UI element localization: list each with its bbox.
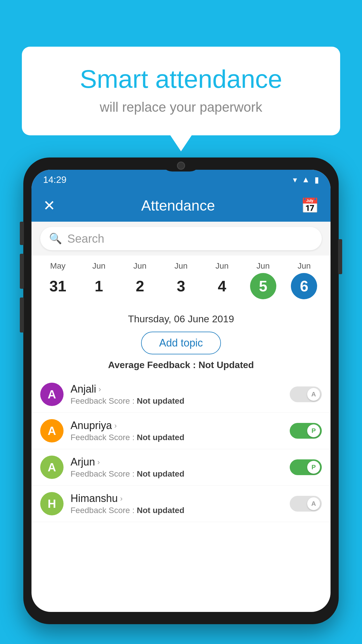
status-icons: ▾ ▲ ▮	[293, 175, 319, 185]
power-button	[338, 239, 342, 274]
toggle-knob: P	[307, 424, 320, 437]
cal-date-number: 4	[209, 273, 235, 299]
phone-frame: 14:29 ▾ ▲ ▮ ✕ Attendance 📅 🔍 Search	[23, 158, 339, 644]
toggle-knob: A	[307, 388, 320, 401]
app-title: Smart attendance	[45, 64, 317, 94]
volume-down-button	[20, 298, 24, 332]
avg-feedback-label: Average Feedback :	[108, 360, 198, 370]
search-bar-wrapper: 🔍 Search	[31, 222, 331, 256]
cal-date-number: 3	[168, 273, 194, 299]
status-time: 14:29	[43, 174, 66, 185]
calendar-icon[interactable]: 📅	[301, 197, 319, 214]
calendar-day-2[interactable]: Jun2	[127, 261, 153, 299]
student-name[interactable]: Anupriya ›	[71, 419, 283, 432]
selected-date: Thursday, 06 June 2019	[31, 308, 331, 328]
attendance-toggle[interactable]: P	[290, 423, 322, 439]
volume-up-button	[20, 254, 24, 289]
toggle-wrapper: P	[290, 423, 322, 439]
cal-date-number: 1	[86, 273, 112, 299]
toggle-wrapper: P	[290, 459, 322, 475]
search-bar[interactable]: 🔍 Search	[40, 227, 322, 250]
silent-button	[20, 222, 24, 245]
student-name[interactable]: Arjun ›	[71, 456, 283, 468]
student-info: Himanshu ›Feedback Score : Not updated	[71, 492, 283, 515]
attendance-toggle[interactable]: A	[290, 386, 322, 402]
toggle-wrapper: A	[290, 496, 322, 512]
student-avatar: A	[40, 456, 64, 479]
phone-notch	[161, 158, 201, 172]
cal-date-number: 2	[127, 273, 153, 299]
student-list-item: AAnupriya ›Feedback Score : Not updatedP	[31, 413, 331, 449]
toggle-knob: P	[307, 461, 320, 474]
student-info: Arjun ›Feedback Score : Not updated	[71, 456, 283, 479]
status-bar: 14:29 ▾ ▲ ▮	[31, 170, 331, 190]
calendar-day-1[interactable]: Jun1	[86, 261, 112, 299]
attendance-toggle[interactable]: A	[290, 496, 322, 512]
toggle-knob: A	[307, 497, 320, 510]
student-info: Anupriya ›Feedback Score : Not updated	[71, 419, 283, 442]
cal-month-label: Jun	[133, 261, 147, 271]
student-name[interactable]: Himanshu ›	[71, 492, 283, 505]
calendar-strip: May31Jun1Jun2Jun3Jun4Jun5Jun6	[31, 256, 331, 308]
student-list-item: HHimanshu ›Feedback Score : Not updatedA	[31, 486, 331, 522]
app-subtitle: will replace your paperwork	[45, 99, 317, 115]
student-avatar: A	[40, 383, 64, 406]
feedback-score: Feedback Score : Not updated	[71, 396, 283, 406]
cal-date-number: 31	[45, 273, 71, 299]
cal-month-label: Jun	[298, 261, 311, 271]
calendar-day-4[interactable]: Jun4	[209, 261, 235, 299]
calendar-day-31[interactable]: May31	[45, 261, 71, 299]
battery-icon: ▮	[314, 175, 319, 185]
student-avatar: A	[40, 419, 64, 442]
cal-month-label: Jun	[92, 261, 106, 271]
feedback-score: Feedback Score : Not updated	[71, 506, 283, 515]
cal-month-label: Jun	[215, 261, 229, 271]
attendance-toggle[interactable]: P	[290, 459, 322, 475]
chevron-icon: ›	[114, 421, 117, 430]
toggle-wrapper: A	[290, 386, 322, 402]
app-bar-title: Attendance	[141, 197, 215, 214]
app-bar: ✕ Attendance 📅	[31, 190, 331, 222]
cal-date-number: 5	[250, 273, 276, 299]
chevron-icon: ›	[120, 494, 123, 503]
close-button[interactable]: ✕	[43, 197, 55, 214]
average-feedback: Average Feedback : Not Updated	[31, 360, 331, 376]
cal-month-label: Jun	[174, 261, 187, 271]
add-topic-wrapper: Add topic	[31, 328, 331, 360]
phone-camera	[177, 162, 185, 170]
chevron-icon: ›	[97, 458, 100, 467]
search-icon: 🔍	[49, 232, 62, 245]
student-name[interactable]: Anjali ›	[71, 383, 283, 395]
speech-bubble: Smart attendance will replace your paper…	[22, 47, 340, 135]
student-list-item: AAnjali ›Feedback Score : Not updatedA	[31, 376, 331, 413]
feedback-score: Feedback Score : Not updated	[71, 469, 283, 479]
avg-feedback-value: Not Updated	[198, 360, 254, 370]
cal-month-label: Jun	[256, 261, 270, 271]
wifi-icon: ▾	[293, 175, 297, 185]
phone-screen: 14:29 ▾ ▲ ▮ ✕ Attendance 📅 🔍 Search	[31, 170, 331, 612]
student-avatar: H	[40, 492, 64, 515]
student-list: AAnjali ›Feedback Score : Not updatedAAA…	[31, 376, 331, 522]
chevron-icon: ›	[99, 385, 101, 394]
add-topic-button[interactable]: Add topic	[141, 332, 221, 354]
student-list-item: AArjun ›Feedback Score : Not updatedP	[31, 449, 331, 486]
search-placeholder: Search	[67, 232, 104, 245]
calendar-day-3[interactable]: Jun3	[168, 261, 194, 299]
calendar-day-5[interactable]: Jun5	[250, 261, 276, 299]
signal-icon: ▲	[302, 175, 310, 184]
calendar-day-6[interactable]: Jun6	[291, 261, 317, 299]
cal-date-number: 6	[291, 273, 317, 299]
cal-month-label: May	[50, 261, 66, 271]
feedback-score: Feedback Score : Not updated	[71, 433, 283, 442]
student-info: Anjali ›Feedback Score : Not updated	[71, 383, 283, 406]
